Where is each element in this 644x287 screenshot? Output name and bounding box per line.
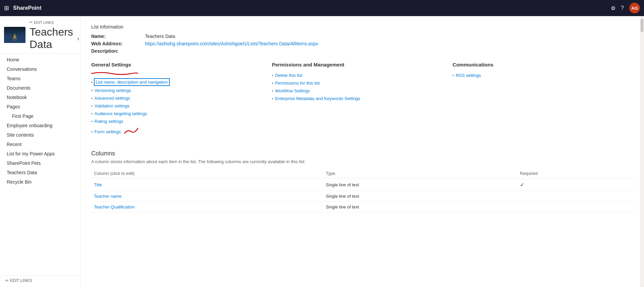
sidebar: ✏ EDIT LINKS Teachers Data › Settings Ho… <box>0 16 80 287</box>
settings-grid: General Settings List name, description … <box>91 62 633 139</box>
footer-edit-links[interactable]: ✏ EDIT LINKS <box>5 278 75 283</box>
info-row-web-address: Web Address: https://ashishg.sharepoint.… <box>91 41 633 46</box>
top-nav-bar: ⊞ SharePoint ⚙ ? AG <box>0 0 644 16</box>
scroll-thumb[interactable] <box>641 19 643 32</box>
col-teacher-qual-required <box>517 202 633 212</box>
permissions-management-section: Permissions and Management Delete this l… <box>272 62 453 139</box>
settings-link-item-audience: Audience targeting settings <box>91 111 272 116</box>
col-teacher-name-link[interactable]: Teacher name <box>91 191 323 202</box>
web-address-value[interactable]: https://ashishg.sharepoint.com/sites/Ash… <box>145 41 318 46</box>
table-row: Teacher Qualification Single line of tex… <box>91 202 633 212</box>
required-checkmark: ✓ <box>520 182 524 188</box>
columns-description: A column stores information about each i… <box>91 159 633 164</box>
logo-reflection <box>4 38 25 43</box>
info-row-name: Name: Teachers Data <box>91 34 633 39</box>
settings-icon[interactable]: ⚙ <box>611 5 615 11</box>
sidebar-item-first-page[interactable]: First Page <box>0 111 80 121</box>
columns-table-body: Title Single line of text ✓ Teacher name… <box>91 179 633 212</box>
columns-section: Columns A column stores information abou… <box>91 150 633 212</box>
app-title: SharePoint <box>13 5 611 11</box>
settings-link-item-delete: Delete this list <box>272 73 453 78</box>
columns-header-row: Column (click to edit) Type Required <box>91 170 633 179</box>
col-title-link[interactable]: Title <box>91 179 323 191</box>
settings-link-item-form: Form settings <box>91 127 272 137</box>
communications-section: Communications RSS settings <box>452 62 633 139</box>
sidebar-item-sharepoint-pets[interactable]: SharePoint Pets <box>0 158 80 168</box>
settings-link-item-rss: RSS settings <box>452 73 633 78</box>
table-row: Title Single line of text ✓ <box>91 179 633 191</box>
permissions-link[interactable]: Permissions for this list <box>275 81 320 86</box>
columns-title: Columns <box>91 150 633 157</box>
breadcrumb-parent: Teachers Data <box>30 26 73 51</box>
name-value: Teachers Data <box>145 34 175 39</box>
workflow-settings-link[interactable]: Workflow Settings <box>275 88 310 93</box>
footer-pencil-icon: ✏ <box>5 278 9 283</box>
pencil-icon: ✏ <box>30 20 33 25</box>
name-label: Name: <box>91 34 145 39</box>
general-settings-title: General Settings <box>91 62 131 67</box>
col-header-column: Column (click to edit) <box>91 170 323 179</box>
scroll-rail[interactable] <box>640 16 644 287</box>
page-layout: ✏ EDIT LINKS Teachers Data › Settings Ho… <box>0 16 644 287</box>
list-info-section: List Information Name: Teachers Data Web… <box>91 24 633 54</box>
sidebar-item-pages[interactable]: Pages <box>0 102 80 111</box>
validation-settings-link[interactable]: Validation settings <box>95 103 130 108</box>
checkmark-annotation <box>123 127 140 137</box>
description-label: Description: <box>91 48 145 54</box>
delete-list-link[interactable]: Delete this list <box>275 73 302 78</box>
sidebar-item-recent[interactable]: Recent <box>0 140 80 149</box>
user-avatar[interactable]: AG <box>629 3 640 13</box>
list-info-title: List Information <box>91 24 633 30</box>
sidebar-item-list-power-apps[interactable]: List for my Power Apps <box>0 149 80 158</box>
sidebar-footer: ✏ EDIT LINKS <box>0 275 80 287</box>
versioning-settings-link[interactable]: Versioning settings <box>95 88 131 93</box>
sidebar-item-conversations[interactable]: Conversations <box>0 64 80 74</box>
sidebar-item-home[interactable]: Home <box>0 55 80 64</box>
permissions-management-title: Permissions and Management <box>272 62 453 67</box>
underline-annotation <box>91 71 138 76</box>
settings-link-item-rating: Rating settings <box>91 119 272 124</box>
communications-links: RSS settings <box>452 73 633 78</box>
columns-table: Column (click to edit) Type Required Tit… <box>91 170 633 212</box>
communications-title: Communications <box>452 62 633 67</box>
form-settings-link[interactable]: Form settings <box>95 129 121 134</box>
sidebar-item-documents[interactable]: Documents <box>0 83 80 93</box>
waffle-icon[interactable]: ⊞ <box>4 4 9 12</box>
settings-link-item-list-name: List name, description and navigation <box>91 79 272 85</box>
web-address-label: Web Address: <box>91 41 145 46</box>
audience-targeting-link[interactable]: Audience targeting settings <box>95 111 147 116</box>
info-row-description: Description: <box>91 48 633 54</box>
list-name-link[interactable]: List name, description and navigation <box>95 79 169 85</box>
rating-settings-link[interactable]: Rating settings <box>95 119 123 124</box>
settings-link-item-metadata: Enterprise Metadata and Keywords Setting… <box>272 96 453 101</box>
col-header-type: Type <box>323 170 517 179</box>
col-header-required: Required <box>517 170 633 179</box>
nav-list: Home Conversations Teams Documents Noteb… <box>0 54 80 275</box>
advanced-settings-link[interactable]: Advanced settings <box>95 96 130 101</box>
site-logo-image <box>4 27 25 43</box>
permissions-management-links: Delete this list Permissions for this li… <box>272 73 453 101</box>
settings-link-item-workflow: Workflow Settings <box>272 88 453 93</box>
help-icon[interactable]: ? <box>621 5 624 11</box>
sidebar-item-employee-onboarding[interactable]: Employee onboarding <box>0 121 80 130</box>
general-settings-header-wrap: General Settings <box>91 62 131 73</box>
metadata-link[interactable]: Enterprise Metadata and Keywords Setting… <box>275 96 360 101</box>
sidebar-item-recycle-bin[interactable]: Recycle Bin <box>0 177 80 187</box>
sidebar-item-teams[interactable]: Teams <box>0 74 80 83</box>
top-bar-actions: ⚙ ? AG <box>611 3 640 13</box>
sidebar-item-notebook[interactable]: Notebook <box>0 93 80 102</box>
col-title-required: ✓ <box>517 179 633 191</box>
settings-link-item-permissions: Permissions for this list <box>272 81 453 86</box>
general-settings-links: List name, description and navigation Ve… <box>91 79 272 137</box>
settings-link-item-validation: Validation settings <box>91 103 272 108</box>
col-title-type: Single line of text <box>323 179 517 191</box>
sidebar-item-site-contents[interactable]: Site contents <box>0 130 80 140</box>
sidebar-item-teachers-data[interactable]: Teachers Data <box>0 168 80 177</box>
settings-link-item-versioning: Versioning settings <box>91 88 272 93</box>
content-body: List Information Name: Teachers Data Web… <box>80 16 644 221</box>
col-teacher-qual-link[interactable]: Teacher Qualification <box>91 202 323 212</box>
rss-settings-link[interactable]: RSS settings <box>456 73 481 78</box>
columns-table-header: Column (click to edit) Type Required <box>91 170 633 179</box>
col-teacher-name-type: Single line of text <box>323 191 517 202</box>
breadcrumb-separator: › <box>77 35 79 42</box>
